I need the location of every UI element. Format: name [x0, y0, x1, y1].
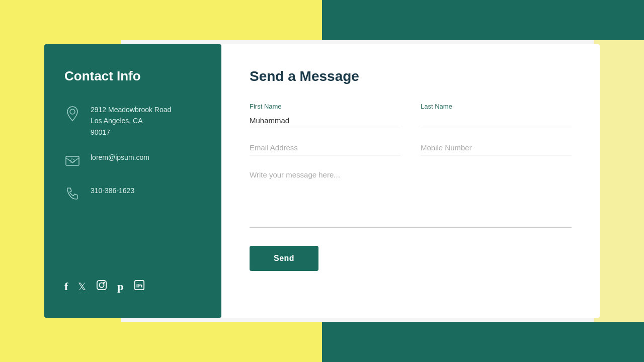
svg-point-4	[100, 283, 104, 287]
bg-teal-bottom	[322, 322, 644, 362]
first-name-group: First Name	[250, 103, 400, 128]
contact-address-text: 2912 Meadowbrook Road Los Angeles, CA 90…	[91, 104, 171, 138]
card-wrapper: Contact Info 2912 Meadowbrook Road Los A…	[44, 44, 600, 318]
contact-title: Contact Info	[64, 68, 201, 84]
twitter-icon[interactable]: 𝕏	[78, 281, 86, 293]
last-name-input[interactable]	[421, 113, 572, 128]
contact-phone-text: 310-386-1623	[91, 185, 134, 196]
contact-address-item: 2912 Meadowbrook Road Los Angeles, CA 90…	[64, 104, 201, 138]
message-group	[250, 167, 572, 230]
bg-teal-top	[322, 0, 644, 40]
contact-items: 2912 Meadowbrook Road Los Angeles, CA 90…	[64, 104, 201, 204]
mobile-group	[421, 140, 572, 155]
email-icon	[64, 153, 83, 171]
svg-point-0	[70, 109, 75, 114]
send-button[interactable]: Send	[250, 246, 318, 271]
name-row: First Name Last Name	[250, 103, 572, 128]
contact-email-text: lorem@ipsum.com	[91, 152, 149, 163]
form-title: Send a Message	[250, 68, 572, 84]
form-panel: Send a Message First Name Last Name	[221, 44, 600, 318]
linkedin-icon[interactable]	[134, 280, 145, 294]
last-name-group: Last Name	[421, 103, 572, 128]
first-name-input[interactable]	[250, 113, 400, 128]
last-name-label: Last Name	[421, 103, 572, 110]
pinterest-icon[interactable]: p	[117, 280, 123, 293]
contact-panel: Contact Info 2912 Meadowbrook Road Los A…	[44, 44, 221, 318]
social-icons: f 𝕏 p	[64, 280, 201, 294]
mobile-input[interactable]	[421, 140, 572, 155]
instagram-icon[interactable]	[96, 280, 107, 294]
first-name-label: First Name	[250, 103, 400, 110]
message-textarea[interactable]	[250, 167, 572, 228]
svg-rect-1	[66, 156, 79, 165]
phone-icon	[64, 186, 83, 204]
email-group	[250, 140, 400, 155]
contact-email-item: lorem@ipsum.com	[64, 152, 201, 171]
svg-rect-3	[97, 281, 106, 290]
email-input[interactable]	[250, 140, 400, 155]
facebook-icon[interactable]: f	[64, 280, 68, 293]
contact-phone-item: 310-386-1623	[64, 185, 201, 204]
svg-point-5	[104, 282, 105, 283]
contact-row	[250, 140, 572, 155]
location-icon	[64, 105, 83, 123]
